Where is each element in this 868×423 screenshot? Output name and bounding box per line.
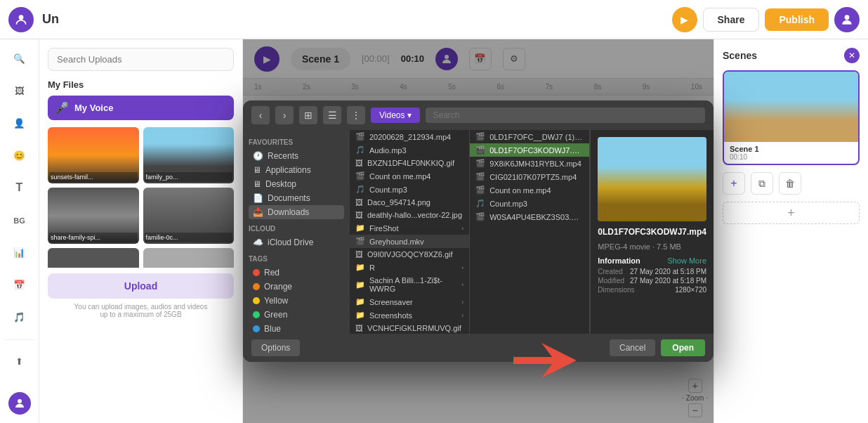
fp-file2-row3[interactable]: 🎬9X8iK6JMH31RYBLX.mp4 — [470, 157, 589, 170]
media-thumb-chrome[interactable]: chrome_screensh... — [143, 248, 235, 268]
avatar-icon-btn[interactable]: 😊 — [7, 145, 32, 166]
fp-column-view-btn[interactable]: ⋮ — [347, 106, 365, 124]
fp-file-row[interactable]: 📁R› — [350, 261, 469, 274]
scene-1-card[interactable]: Scene 1 00:10 — [723, 70, 860, 165]
fp-sidebar-applications[interactable]: 🖥Applications — [249, 163, 344, 177]
text-icon-btn[interactable]: T — [7, 177, 32, 198]
fp-files-col2: 🎬0LD1F7OFC__DWJ7 (1).mp4 🎬0LD1F7OFC3KODW… — [470, 130, 590, 334]
upload-button[interactable]: Upload — [48, 273, 234, 299]
music-icon-btn[interactable]: 🎵 — [7, 307, 32, 328]
tag-red-dot — [253, 269, 260, 276]
scenes-header: Scenes ✕ — [723, 48, 860, 63]
fp-file-row[interactable]: 🖼deathly-hallo...vector-22.jpg — [350, 209, 469, 221]
calendar-icon-btn[interactable]: 📅 — [7, 275, 32, 296]
user-icon-btn[interactable]: 👤 — [7, 112, 32, 134]
fp-sidebar-icloud[interactable]: ☁️iCloud Drive — [249, 235, 344, 249]
fp-file2-row1[interactable]: 🎬0LD1F7OFC__DWJ7 (1).mp4 — [470, 130, 589, 143]
icon-sidebar: 🔍 🖼 👤 😊 T BG 📊 📅 🎵 ⬆ — [0, 39, 39, 423]
search-uploads-input[interactable] — [48, 48, 234, 71]
fp-preview: 0LD1F7OFC3KODWJ7.mp4 MPEG-4 movie · 7.5 … — [590, 130, 714, 334]
fp-file-row[interactable]: 📁Sachin A Billi...1-Zi$t-WWRG› — [350, 274, 469, 295]
fp-forward-btn[interactable]: › — [275, 106, 294, 124]
fp-sidebar-desktop[interactable]: 🖥Desktop — [249, 177, 344, 191]
fp-file-row-greyhound[interactable]: 🎬Greyhound.mkv — [350, 235, 469, 248]
fp-tag-red[interactable]: Red — [249, 266, 344, 280]
fp-file-row[interactable]: 🎬Count on me.mp4 — [350, 169, 469, 183]
bg-icon-btn[interactable]: BG — [7, 210, 32, 231]
publish-button[interactable]: Publish — [765, 8, 829, 31]
media-thumb-download[interactable]: download — [48, 248, 139, 268]
fp-show-more[interactable]: Show More — [667, 256, 706, 265]
scene-1-label: Scene 1 — [730, 145, 853, 153]
upload-hint: You can upload images, audios and videos… — [48, 303, 234, 318]
add-scene-plus-btn[interactable]: + — [723, 202, 860, 224]
fp-file-row[interactable]: 🎵Count.mp3 — [350, 183, 469, 196]
fp-tag-orange[interactable]: Orange — [249, 280, 344, 294]
fp-icloud-title: iCloud — [249, 225, 344, 233]
fp-modified-label: Modified — [598, 277, 624, 285]
fp-created-label: Created — [598, 268, 623, 275]
search-icon-btn[interactable]: 🔍 — [7, 48, 32, 69]
delete-scene-button[interactable]: 🗑 — [779, 172, 801, 195]
fp-open-button[interactable]: Open — [661, 339, 705, 356]
fp-sidebar-documents[interactable]: 📄Documents — [249, 191, 344, 205]
fp-sidebar: Favourites 🕐Recents 🖥Applications 🖥Deskt… — [243, 130, 350, 334]
main-container: 🔍 🖼 👤 😊 T BG 📊 📅 🎵 ⬆ My Files 🎤 My Voice… — [0, 39, 868, 423]
fp-file-row[interactable]: 🖼Daco_954714.png — [350, 196, 469, 209]
fp-file2-selected[interactable]: 🎬0LD1F7OFC3KODWJ7.mp4 — [470, 143, 589, 157]
fp-file-row[interactable]: 📁Screensaver› — [350, 295, 469, 308]
play-button[interactable]: ▶ — [672, 7, 697, 32]
fp-file-row[interactable]: 🖼O9I0IVJGOQCY8XZ6.gif — [350, 248, 469, 261]
topbar-title: Un — [42, 12, 351, 27]
svg-point-1 — [845, 15, 850, 20]
fp-toolbar: ‹ › ⊞ ☰ ⋮ Videos ▾ — [243, 100, 714, 130]
thumb-label-family: family_po... — [145, 172, 233, 182]
media-thumb-familie[interactable]: familie-0c... — [143, 188, 235, 244]
file-picker: ‹ › ⊞ ☰ ⋮ Videos ▾ Favourites — [243, 100, 714, 362]
thumb-label-familie: familie-0c... — [145, 233, 233, 242]
fp-file2-row7[interactable]: 🎬W0SA4PU4EBKZ3S03.mp4 — [470, 210, 589, 223]
fp-sidebar-recents[interactable]: 🕐Recents — [249, 149, 344, 163]
duplicate-scene-button[interactable]: ⧉ — [751, 172, 773, 195]
fp-cancel-button[interactable]: Cancel — [610, 339, 655, 356]
fp-file-row[interactable]: 📁Screenshots› — [350, 308, 469, 322]
scenes-panel: Scenes ✕ Scene 1 00:10 + ⧉ 🗑 + — [714, 39, 868, 423]
fp-created-value: 27 May 2020 at 5:18 PM — [630, 268, 706, 275]
fp-tag-blue[interactable]: Blue — [249, 322, 344, 334]
fp-file-row[interactable]: 🖼BXZN1DF4LF0NKKIQ.gif — [350, 157, 469, 169]
fp-file-row[interactable]: 🖼VCNHCFiGKLRRMUVQ.gif — [350, 322, 469, 334]
media-thumb-share-family[interactable]: share-family-spi... — [48, 188, 139, 244]
logo — [8, 7, 34, 32]
media-icon-btn[interactable]: 🖼 — [7, 80, 32, 101]
fp-file-row[interactable]: 🎵Audio.mp3 — [350, 143, 469, 157]
fp-file-row[interactable]: 🎬20200628_212934.mp4 — [350, 130, 469, 143]
add-scene-button[interactable]: + — [723, 172, 745, 195]
fp-list-view-btn[interactable]: ☰ — [323, 106, 341, 124]
topbar: Un ▶ Share Publish — [0, 0, 868, 39]
my-voice-item[interactable]: 🎤 My Voice — [48, 96, 234, 120]
media-thumb-family[interactable]: family_po... — [143, 127, 235, 183]
scenes-close-btn[interactable]: ✕ — [844, 48, 860, 63]
fp-grid-view-btn[interactable]: ⊞ — [299, 106, 317, 124]
thumb-label-sunsets: sunsets-famil... — [49, 172, 138, 182]
fp-file2-row6[interactable]: 🎵Count.mp3 — [470, 197, 589, 210]
fp-file2-row5[interactable]: 🎬Count on me.mp4 — [470, 183, 589, 197]
fp-file-row[interactable]: 📁FireShot› — [350, 221, 469, 235]
fp-preview-filename: 0LD1F7OFC3KODWJ7.mp4 — [598, 227, 706, 237]
fp-preview-image — [598, 137, 706, 221]
fp-tag-yellow[interactable]: Yellow — [249, 294, 344, 308]
fp-file2-row4[interactable]: 🎬CIG021I07K07PTZ5.mp4 — [470, 170, 589, 183]
fp-preview-filetype: MPEG-4 movie · 7.5 MB — [598, 242, 706, 251]
chart-icon-btn[interactable]: 📊 — [7, 242, 32, 263]
fp-tag-green[interactable]: Green — [249, 308, 344, 322]
fp-options-button[interactable]: Options — [251, 339, 300, 356]
fp-search-input[interactable] — [426, 108, 705, 123]
fp-back-btn[interactable]: ‹ — [251, 106, 270, 124]
upload-icon-btn[interactable]: ⬆ — [7, 351, 32, 372]
thumb-label-share-family: share-family-spi... — [49, 233, 138, 242]
fp-footer: Options Cancel Open — [243, 334, 714, 362]
fp-sidebar-downloads[interactable]: 📥Downloads — [249, 205, 344, 219]
user-avatar[interactable] — [834, 7, 860, 32]
media-thumb-sunsets[interactable]: sunsets-famil... — [48, 127, 139, 183]
share-button[interactable]: Share — [703, 8, 760, 32]
